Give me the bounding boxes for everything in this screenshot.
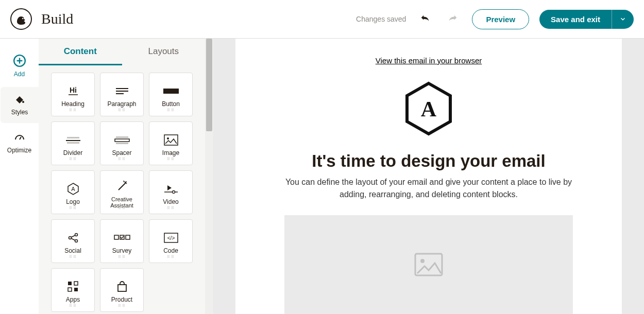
canvas-area: View this email in your browser A It's t…	[213, 39, 644, 314]
paint-bucket-icon	[13, 93, 26, 106]
block-paragraph[interactable]: Paragraph ⠿⠿	[100, 73, 144, 116]
rail-item-optimize[interactable]: Optimize	[0, 125, 39, 161]
block-label: Divider	[63, 150, 82, 156]
undo-button[interactable]	[416, 10, 434, 28]
email-logo-placeholder[interactable]: A	[403, 80, 454, 139]
svg-text:A: A	[71, 186, 75, 192]
rail-item-add[interactable]: Add	[0, 48, 39, 85]
svg-text:A: A	[421, 97, 437, 121]
svg-rect-14	[116, 136, 128, 138]
block-spacer[interactable]: Spacer ⠿⠿	[100, 121, 144, 165]
block-label: Paragraph	[107, 101, 136, 108]
svg-rect-13	[67, 142, 79, 144]
svg-point-24	[69, 237, 71, 239]
block-code[interactable]: </> Code ⠿⠿	[149, 219, 193, 263]
svg-rect-31	[126, 235, 130, 239]
svg-rect-11	[67, 137, 79, 138]
main-area: Add Styles Optimize Content Layouts Hi H…	[0, 39, 644, 314]
share-icon	[67, 231, 79, 245]
block-survey[interactable]: Survey ⠿⠿	[100, 219, 144, 263]
magic-wand-icon	[115, 180, 129, 193]
rail-label: Styles	[11, 109, 28, 116]
redo-button[interactable]	[444, 10, 462, 28]
svg-rect-37	[74, 288, 78, 291]
svg-rect-36	[68, 288, 72, 291]
grip-icon: ⠿⠿	[69, 157, 77, 162]
email-body-text[interactable]: You can define the layout of your email …	[274, 176, 583, 201]
grip-icon: ⠿⠿	[118, 157, 126, 162]
scrollbar-thumb[interactable]	[206, 39, 212, 131]
top-bar-right: Changes saved Preview Save and exit	[356, 9, 634, 29]
block-label: Logo	[66, 199, 80, 205]
shopping-bag-icon	[116, 280, 128, 293]
grip-icon: ⠿⠿	[118, 108, 126, 113]
save-options-dropdown[interactable]	[612, 10, 634, 29]
svg-point-18	[167, 137, 169, 139]
email-image-placeholder[interactable]	[284, 215, 573, 314]
apps-grid-icon	[66, 280, 80, 293]
block-label: Video	[163, 199, 178, 205]
logo-hex-icon: A	[66, 182, 80, 196]
block-label: Heading	[61, 101, 84, 108]
grip-icon: ⠿⠿	[69, 255, 77, 259]
grip-icon: ⠿⠿	[167, 206, 175, 211]
gauge-icon	[13, 131, 26, 144]
block-video[interactable]: Video ⠿⠿	[149, 170, 193, 214]
divider-icon	[65, 133, 81, 147]
block-label: Survey	[112, 248, 131, 254]
svg-rect-34	[68, 282, 72, 285]
grip-icon: ⠿⠿	[118, 304, 126, 308]
blocks-panel: Content Layouts Hi Heading ⠿⠿ Paragraph …	[39, 39, 205, 314]
save-and-exit-button[interactable]: Save and exit	[539, 10, 612, 29]
tab-content[interactable]: Content	[39, 39, 122, 65]
email-canvas[interactable]: View this email in your browser A It's t…	[235, 39, 622, 314]
grip-icon: ⠿⠿	[167, 108, 175, 113]
block-product[interactable]: Product ⠿⠿	[100, 268, 144, 312]
code-icon: </>	[163, 231, 179, 245]
block-image[interactable]: Image ⠿⠿	[149, 121, 193, 165]
rail-item-styles[interactable]: Styles	[1, 87, 39, 123]
block-label: Apps	[66, 296, 80, 303]
block-label: Social	[64, 248, 81, 254]
grip-icon: ⠿⠿	[69, 206, 77, 211]
block-label: Image	[162, 150, 179, 156]
survey-icon	[113, 231, 131, 245]
svg-text:</>: </>	[167, 235, 175, 241]
page-title: Build	[41, 11, 73, 27]
grip-icon: ⠿⠿	[69, 108, 77, 113]
paragraph-icon	[114, 84, 130, 98]
svg-point-42	[420, 259, 425, 263]
block-label: Product	[111, 296, 132, 303]
svg-line-28	[71, 238, 75, 240]
blocks-grid: Hi Heading ⠿⠿ Paragraph ⠿⠿ Button ⠿⠿ Div…	[39, 65, 205, 314]
preview-button[interactable]: Preview	[472, 9, 529, 29]
panel-scrollbar[interactable]	[205, 39, 213, 314]
plus-circle-icon	[13, 54, 26, 67]
mailchimp-logo-icon	[10, 8, 32, 30]
block-heading[interactable]: Hi Heading ⠿⠿	[51, 73, 95, 116]
svg-rect-10	[163, 89, 179, 94]
svg-rect-35	[74, 282, 78, 285]
view-in-browser-link[interactable]: View this email in your browser	[376, 56, 482, 65]
rail-label: Add	[14, 71, 25, 78]
block-apps[interactable]: Apps ⠿⠿	[51, 268, 95, 312]
block-logo[interactable]: A Logo ⠿⠿	[51, 170, 95, 214]
top-bar-left: Build	[10, 8, 73, 30]
save-button-group: Save and exit	[539, 10, 634, 29]
email-heading[interactable]: It's time to design your email	[312, 151, 545, 171]
block-creative-assistant[interactable]: Creative Assistant ⠿⠿	[100, 170, 144, 214]
block-label: Spacer	[112, 150, 131, 156]
grip-icon: ⠿⠿	[167, 157, 175, 162]
svg-point-1	[22, 18, 23, 19]
save-status: Changes saved	[356, 15, 406, 23]
block-social[interactable]: Social ⠿⠿	[51, 219, 95, 263]
block-divider[interactable]: Divider ⠿⠿	[51, 121, 95, 165]
grip-icon: ⠿⠿	[167, 255, 175, 259]
tab-layouts[interactable]: Layouts	[122, 39, 206, 65]
svg-line-27	[71, 235, 75, 237]
button-icon	[162, 84, 180, 98]
svg-rect-15	[115, 139, 129, 142]
svg-rect-16	[116, 143, 128, 144]
block-button[interactable]: Button ⠿⠿	[149, 73, 193, 116]
grip-icon: ⠿⠿	[118, 255, 126, 259]
